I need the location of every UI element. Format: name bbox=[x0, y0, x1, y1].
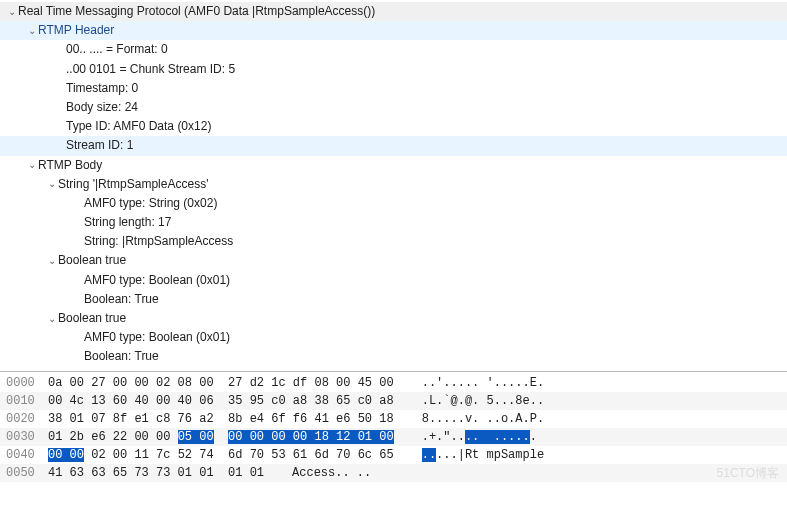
field-boolean-value[interactable]: Boolean: True bbox=[0, 290, 787, 309]
packet-details-tree[interactable]: ⌄ Real Time Messaging Protocol (AMF0 Dat… bbox=[0, 0, 787, 371]
chevron-down-icon[interactable]: ⌄ bbox=[46, 253, 58, 269]
rtmp-body-row[interactable]: ⌄ RTMP Body bbox=[0, 156, 787, 175]
field-chunk-stream-id[interactable]: ..00 0101 = Chunk Stream ID: 5 bbox=[0, 60, 787, 79]
field-body-size[interactable]: Body size: 24 bbox=[0, 98, 787, 117]
protocol-title-row[interactable]: ⌄ Real Time Messaging Protocol (AMF0 Dat… bbox=[0, 2, 787, 21]
chevron-down-icon[interactable]: ⌄ bbox=[26, 157, 38, 173]
hex-offset: 0040 bbox=[6, 446, 48, 464]
hex-dump-pane[interactable]: 0000 0a 00 27 00 00 02 08 00 27 d2 1c df… bbox=[0, 371, 787, 486]
chevron-down-icon[interactable]: ⌄ bbox=[26, 23, 38, 39]
field-boolean-value[interactable]: Boolean: True bbox=[0, 347, 787, 366]
rtmp-header-label: RTMP Header bbox=[38, 21, 114, 40]
hex-row[interactable]: 0040 00 00 02 00 11 7c 52 74 6d 70 53 61… bbox=[0, 446, 787, 464]
selected-bytes: 05 00 bbox=[178, 430, 214, 444]
hex-offset: 0020 bbox=[6, 410, 48, 428]
hex-offset: 0010 bbox=[6, 392, 48, 410]
field-amf0-type[interactable]: AMF0 type: String (0x02) bbox=[0, 194, 787, 213]
protocol-title: Real Time Messaging Protocol (AMF0 Data … bbox=[18, 2, 375, 21]
rtmp-body-label: RTMP Body bbox=[38, 156, 102, 175]
selected-ascii: .. bbox=[422, 448, 436, 462]
field-stream-id[interactable]: Stream ID: 1 bbox=[0, 136, 787, 155]
chevron-down-icon[interactable]: ⌄ bbox=[6, 4, 18, 20]
selected-ascii: .. ..... bbox=[465, 430, 530, 444]
field-amf0-type[interactable]: AMF0 type: Boolean (0x01) bbox=[0, 271, 787, 290]
watermark: 51CTO博客 bbox=[717, 464, 779, 482]
hex-offset: 0000 bbox=[6, 374, 48, 392]
field-string-length[interactable]: String length: 17 bbox=[0, 213, 787, 232]
selected-bytes: 00 00 00 00 18 12 01 00 bbox=[228, 430, 394, 444]
hex-row[interactable]: 0020 38 01 07 8f e1 c8 76 a2 8b e4 6f f6… bbox=[0, 410, 787, 428]
field-type-id[interactable]: Type ID: AMF0 Data (0x12) bbox=[0, 117, 787, 136]
hex-row[interactable]: 0000 0a 00 27 00 00 02 08 00 27 d2 1c df… bbox=[0, 374, 787, 392]
boolean-node-1[interactable]: ⌄ Boolean true bbox=[0, 251, 787, 270]
rtmp-header-row[interactable]: ⌄ RTMP Header bbox=[0, 21, 787, 40]
hex-offset: 0030 bbox=[6, 428, 48, 446]
field-timestamp[interactable]: Timestamp: 0 bbox=[0, 79, 787, 98]
hex-row[interactable]: 0030 01 2b e6 22 00 00 05 00 00 00 00 00… bbox=[0, 428, 787, 446]
hex-row[interactable]: 0050 41 63 63 65 73 73 01 01 01 01 Acces… bbox=[0, 464, 787, 482]
field-string-value[interactable]: String: |RtmpSampleAccess bbox=[0, 232, 787, 251]
chevron-down-icon[interactable]: ⌄ bbox=[46, 311, 58, 327]
field-format[interactable]: 00.. .... = Format: 0 bbox=[0, 40, 787, 59]
string-node[interactable]: ⌄ String '|RtmpSampleAccess' bbox=[0, 175, 787, 194]
selected-bytes: 00 00 bbox=[48, 448, 84, 462]
chevron-down-icon[interactable]: ⌄ bbox=[46, 176, 58, 192]
hex-row[interactable]: 0010 00 4c 13 60 40 00 40 06 35 95 c0 a8… bbox=[0, 392, 787, 410]
boolean-node-2[interactable]: ⌄ Boolean true bbox=[0, 309, 787, 328]
field-amf0-type[interactable]: AMF0 type: Boolean (0x01) bbox=[0, 328, 787, 347]
hex-offset: 0050 bbox=[6, 464, 48, 482]
